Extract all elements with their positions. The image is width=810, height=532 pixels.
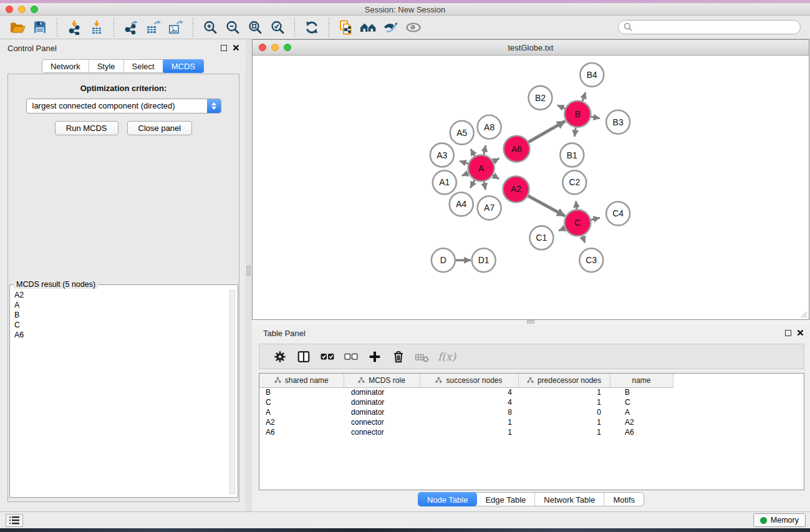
- hide-selected-button[interactable]: [381, 17, 401, 37]
- node-B4[interactable]: B4: [580, 63, 604, 87]
- table-row-c[interactable]: Cdominator41C: [259, 397, 804, 407]
- main-titlebar[interactable]: Session: New Session: [0, 3, 810, 16]
- cell-mcds-role[interactable]: dominator: [344, 387, 420, 397]
- edge-A-A7[interactable]: [484, 181, 486, 190]
- edge-A-A1[interactable]: [462, 173, 469, 176]
- node-B3[interactable]: B3: [606, 110, 630, 134]
- cell-shared-name[interactable]: A6: [259, 427, 344, 437]
- cell-successor-nodes[interactable]: 8: [420, 407, 518, 417]
- cell-shared-name[interactable]: B: [259, 387, 344, 397]
- table-tab-node-table[interactable]: Node Table: [418, 492, 478, 506]
- node-B1[interactable]: B1: [560, 143, 584, 167]
- show-column-button[interactable]: [292, 346, 316, 367]
- create-column-button[interactable]: [363, 346, 387, 367]
- table-tab-edge-table[interactable]: Edge Table: [476, 493, 535, 506]
- table-row-a2[interactable]: A2connector11A2: [259, 417, 804, 427]
- horizontal-splitter[interactable]: [252, 320, 810, 324]
- float-panel-icon[interactable]: [785, 330, 791, 336]
- new-network-from-selection-button[interactable]: [336, 17, 356, 37]
- edge-A-A2[interactable]: [493, 175, 499, 179]
- frame-resize-grip[interactable]: [800, 311, 808, 318]
- edge-B-B1[interactable]: [574, 128, 576, 137]
- node-A4[interactable]: A4: [450, 192, 473, 216]
- tab-mcds[interactable]: MCDS: [163, 59, 204, 73]
- import-network-button[interactable]: [64, 17, 84, 37]
- unselect-all-columns-button[interactable]: [339, 346, 363, 367]
- node-A6[interactable]: A6: [504, 136, 530, 162]
- cell-successor-nodes[interactable]: 1: [420, 427, 518, 437]
- memory-button[interactable]: Memory: [753, 513, 806, 527]
- tab-style[interactable]: Style: [89, 60, 124, 72]
- edge-A-A5[interactable]: [471, 149, 475, 156]
- cell-name[interactable]: A6: [610, 427, 673, 437]
- export-network-button[interactable]: [121, 17, 141, 37]
- select-all-columns-button[interactable]: [316, 346, 339, 367]
- edge-C-C2[interactable]: [576, 201, 577, 209]
- cell-predecessor-nodes[interactable]: 1: [518, 427, 610, 437]
- cell-mcds-role[interactable]: connector: [344, 427, 420, 437]
- search-input[interactable]: [636, 22, 795, 32]
- zoom-out-button[interactable]: [223, 17, 243, 37]
- edge-A-A8[interactable]: [484, 145, 486, 155]
- export-table-button[interactable]: [143, 17, 163, 37]
- node-C4[interactable]: C4: [606, 201, 630, 225]
- edge-A2-C[interactable]: [528, 196, 565, 216]
- delete-table-button[interactable]: [410, 346, 434, 367]
- cell-name[interactable]: A2: [610, 417, 673, 427]
- result-item-a[interactable]: A: [13, 300, 228, 310]
- edge-A-A3[interactable]: [460, 161, 468, 164]
- export-image-button[interactable]: [166, 17, 186, 37]
- result-scrollbar[interactable]: [229, 290, 235, 494]
- first-neighbors-button[interactable]: [359, 17, 378, 37]
- tab-select[interactable]: Select: [124, 60, 163, 72]
- node-B[interactable]: B: [564, 101, 591, 127]
- node-A5[interactable]: A5: [450, 121, 474, 145]
- column-header-predecessor-nodes[interactable]: predecessor nodes: [518, 374, 610, 387]
- show-panels-button[interactable]: [6, 514, 23, 527]
- edge-A6-B[interactable]: [529, 121, 566, 142]
- node-A7[interactable]: A7: [478, 196, 501, 220]
- column-header-name[interactable]: name: [610, 374, 673, 387]
- table-row-a[interactable]: Adominator80A: [259, 407, 804, 417]
- edge-A-A6[interactable]: [493, 158, 499, 162]
- cell-predecessor-nodes[interactable]: 1: [518, 387, 610, 397]
- zoom-in-button[interactable]: [200, 17, 220, 37]
- table-tab-network-table[interactable]: Network Table: [535, 493, 604, 506]
- table-options-button[interactable]: [268, 346, 292, 367]
- result-item-c[interactable]: C: [13, 320, 228, 330]
- edge-C-C1[interactable]: [559, 228, 565, 231]
- zoom-selected-button[interactable]: [268, 17, 287, 37]
- float-panel-icon[interactable]: [221, 45, 227, 51]
- delete-column-button[interactable]: [387, 346, 410, 367]
- node-C3[interactable]: C3: [579, 248, 603, 272]
- node-C1[interactable]: C1: [530, 226, 554, 249]
- edge-B-B4[interactable]: [582, 92, 586, 101]
- column-header-shared-name[interactable]: shared name: [259, 374, 344, 387]
- cell-mcds-role[interactable]: dominator: [344, 407, 420, 417]
- cell-successor-nodes[interactable]: 4: [420, 387, 518, 397]
- import-table-button[interactable]: [87, 17, 107, 37]
- vertical-splitter[interactable]: [246, 39, 252, 511]
- function-builder-button[interactable]: f(x): [434, 346, 456, 367]
- node-D[interactable]: D: [432, 248, 455, 272]
- run-mcds-button[interactable]: Run MCDS: [55, 121, 118, 135]
- column-header-successor-nodes[interactable]: successor nodes: [420, 374, 518, 387]
- result-item-a6[interactable]: A6: [13, 330, 228, 340]
- edge-B-B2[interactable]: [557, 105, 565, 109]
- cell-name[interactable]: B: [610, 387, 673, 397]
- network-frame-titlebar[interactable]: testGlobe.txt: [253, 40, 809, 56]
- show-all-button[interactable]: [403, 17, 423, 37]
- cell-predecessor-nodes[interactable]: 1: [518, 417, 610, 427]
- cell-mcds-role[interactable]: dominator: [344, 397, 420, 407]
- close-panel-button[interactable]: Close panel: [127, 121, 193, 135]
- node-A2[interactable]: A2: [503, 177, 529, 203]
- tab-network[interactable]: Network: [42, 60, 89, 72]
- close-panel-icon[interactable]: [233, 44, 239, 51]
- cell-shared-name[interactable]: C: [259, 397, 344, 407]
- node-A1[interactable]: A1: [433, 171, 456, 195]
- cell-successor-nodes[interactable]: 4: [420, 397, 518, 407]
- edge-A-A4[interactable]: [470, 180, 475, 188]
- table-row-a6[interactable]: A6connector11A6: [259, 427, 804, 437]
- close-panel-icon[interactable]: [797, 329, 804, 336]
- splitter-grip[interactable]: [527, 320, 534, 324]
